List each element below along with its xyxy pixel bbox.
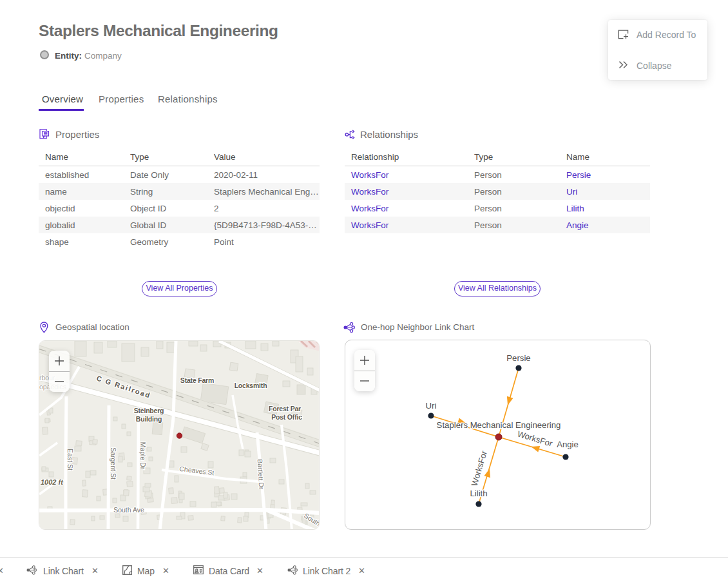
svg-text:1002 ft: 1002 ft: [41, 478, 64, 486]
svg-text:Staplers Mechanical Engineerin: Staplers Mechanical Engineering: [437, 420, 561, 430]
svg-text:South Ave: South Ave: [113, 506, 144, 514]
svg-text:Maple Dr: Maple Dr: [139, 442, 147, 470]
svg-text:WorksFor: WorksFor: [469, 449, 489, 487]
svg-text:East St: East St: [66, 449, 74, 470]
svg-text:Post Offic: Post Offic: [271, 413, 302, 421]
svg-text:Sargent St: Sargent St: [110, 447, 117, 480]
svg-text:Building: Building: [136, 415, 162, 423]
svg-text:WorksFor: WorksFor: [516, 429, 554, 449]
svg-text:Lilith: Lilith: [470, 489, 487, 498]
svg-text:Bartlett Dr: Bartlett Dr: [256, 459, 265, 490]
svg-text:Steinberg: Steinberg: [134, 407, 164, 414]
svg-text:Locksmith: Locksmith: [235, 382, 267, 389]
svg-text:State Farm: State Farm: [180, 376, 214, 384]
svg-text:Uri: Uri: [426, 401, 437, 411]
svg-text:Angie: Angie: [557, 440, 579, 449]
svg-text:Persie: Persie: [506, 353, 530, 363]
svg-text:Forest Par: Forest Par: [269, 405, 301, 412]
